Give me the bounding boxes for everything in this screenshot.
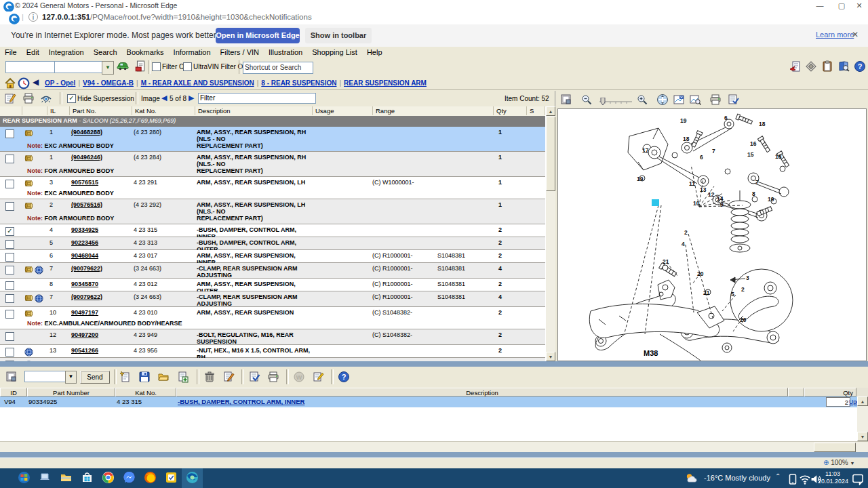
edit-doc-icon[interactable] [222, 371, 235, 383]
callout-number[interactable]: 21 [663, 258, 669, 265]
table-row[interactable]: 1(90496246)(4 23 284)ARM, ASSY., REAR SU… [0, 152, 545, 177]
tray-chevron-up-icon[interactable]: ⌃ [775, 472, 781, 480]
callout-number[interactable]: 5 [731, 291, 734, 298]
close-button[interactable]: ✕ [850, 0, 868, 11]
taskbar-app-explorer-icon[interactable] [56, 468, 77, 488]
info-icon[interactable]: i [28, 12, 38, 22]
breadcrumb-link[interactable]: OP - Opel [45, 79, 75, 87]
row-select-checkbox[interactable] [5, 332, 14, 341]
callout-number[interactable]: 18 [775, 153, 781, 160]
list-column-header-katno[interactable]: Kat No. [115, 388, 176, 396]
zoom-slider[interactable] [598, 98, 633, 107]
breadcrumb-link[interactable]: M - REAR AXLE AND SUSPENSION [141, 79, 254, 87]
callout-number[interactable]: 2 [741, 286, 745, 293]
table-row[interactable]: 2(90576516)(4 23 292)ARM, ASSY., REAR SU… [0, 199, 545, 224]
send-button[interactable]: Send [80, 371, 110, 384]
callout-number[interactable]: 6 [700, 154, 703, 161]
note-check-icon[interactable] [727, 94, 739, 106]
cell-part-link[interactable]: 90541266 [71, 347, 98, 354]
list-combo-dropdown-icon[interactable]: ▼ [65, 371, 77, 384]
new-doc-icon[interactable] [119, 371, 132, 383]
callout-number[interactable]: 9 [720, 201, 724, 208]
filter-on-checkbox[interactable] [152, 62, 161, 71]
taskbar-app-todo-icon[interactable] [161, 468, 182, 488]
cell-part-link[interactable]: 90345870 [71, 281, 98, 287]
column-header-katno[interactable]: Kat No. [132, 106, 195, 115]
shortcut-search-input[interactable] [243, 62, 313, 74]
table-row[interactable]: 6904680444 23 017ARM, ASSY., REAR SUSPEN… [0, 250, 545, 263]
next-image-icon[interactable]: ▶ [189, 94, 194, 102]
list-column-header-qty[interactable]: Qty [804, 388, 856, 396]
column-header-qty[interactable]: Qty [494, 106, 527, 115]
panel-icon[interactable] [560, 94, 572, 106]
menu-item-search[interactable]: Search [94, 48, 117, 56]
callout-number[interactable]: 4 [682, 241, 685, 247]
address-text[interactable]: 127.0.0.1:351/PQMace/root.fve?width=1910… [42, 13, 312, 21]
print-icon[interactable] [22, 92, 35, 104]
zoom-out-icon[interactable] [580, 94, 593, 106]
check-doc-icon[interactable] [248, 371, 260, 383]
table-row[interactable]: 1(90468288)(4 23 280)ARM, ASSY., REAR SU… [0, 127, 545, 152]
menu-item-help[interactable]: Help [367, 48, 382, 56]
column-header-description[interactable]: Description [195, 106, 313, 115]
column-header-s[interactable]: S [527, 106, 545, 115]
home-icon[interactable] [4, 77, 14, 87]
callout-number[interactable]: 8 [752, 190, 755, 197]
scroll-down-icon[interactable]: ▼ [857, 432, 868, 441]
pan-icon[interactable] [656, 94, 669, 106]
callout-number[interactable]: 12 [708, 191, 714, 198]
row-select-checkbox[interactable] [5, 202, 14, 211]
taskbar-app-pc-icon[interactable] [35, 468, 56, 488]
weather-icon[interactable] [685, 472, 700, 485]
callout-number[interactable]: 20 [740, 317, 746, 323]
parts-scrollbar[interactable]: ▲ ▼ [545, 106, 555, 361]
help-icon[interactable]: ? [854, 60, 866, 73]
taskbar-app-messenger-icon[interactable] [119, 468, 140, 488]
quick-entry-input[interactable] [5, 61, 56, 73]
scroll-thumb[interactable] [814, 443, 856, 452]
horizontal-splitter[interactable] [0, 361, 868, 367]
column-header-partno[interactable]: Part No. [70, 106, 132, 115]
wifi-icon[interactable] [799, 473, 808, 483]
menu-item-information[interactable]: Information [174, 48, 211, 56]
row-select-checkbox[interactable] [5, 266, 14, 274]
phone-link-icon[interactable] [787, 473, 796, 483]
table-row[interactable]: 5902234564 23 313-BUSH, DAMPER, CONTROL … [0, 237, 545, 250]
row-select-checkbox[interactable] [5, 310, 14, 319]
table-row[interactable]: 8903458704 23 012ARM, ASSY., REAR SUSPEN… [0, 279, 545, 291]
callout-number[interactable]: 6 [724, 115, 728, 121]
edit-notes-icon[interactable] [4, 92, 16, 104]
cell-part-link[interactable]: (90468288) [71, 129, 102, 136]
cell-part-link[interactable]: 90497197 [71, 309, 98, 316]
weather-text[interactable]: -16°C Mostly cloudy [704, 474, 770, 482]
cell-part-link[interactable]: (90576516) [71, 201, 102, 208]
combo-dropdown-icon[interactable]: ▼ [102, 61, 114, 75]
help-icon[interactable]: ? [338, 371, 350, 383]
compose-icon[interactable] [312, 371, 324, 383]
row-select-checkbox[interactable]: ✓ [5, 227, 14, 236]
table-row[interactable]: 7(90079622)(3 24 663)-CLAMP, REAR SUSPEN… [0, 291, 545, 307]
taskbar-app-edge-icon[interactable] [182, 468, 203, 488]
parts-filter-input[interactable] [198, 93, 316, 104]
taskbar-app-chrome-icon[interactable] [98, 468, 119, 488]
menu-item-bookmarks[interactable]: Bookmarks [127, 48, 164, 56]
menu-item-shopping-list[interactable]: Shopping List [312, 48, 357, 56]
table-row[interactable]: 7(90079622)(3 24 663)-CLAMP, REAR SUSPEN… [0, 263, 545, 279]
catalog-search-icon[interactable] [837, 60, 850, 73]
preview-eye-icon[interactable] [40, 92, 52, 104]
taskbar-app-store-icon[interactable] [77, 468, 98, 488]
menu-item-integration[interactable]: Integration [49, 48, 84, 56]
table-row[interactable]: ✓4903349254 23 315-BUSH, DAMPER, CONTROL… [0, 224, 545, 237]
callout-number[interactable]: 18 [759, 121, 765, 127]
ultravin-checkbox[interactable] [183, 62, 192, 71]
callout-number[interactable]: 15 [747, 151, 753, 158]
row-select-checkbox[interactable] [5, 253, 14, 262]
callout-number[interactable]: 11 [689, 180, 695, 187]
open-in-edge-button[interactable]: Open in Microsoft Edge [216, 28, 300, 43]
row-select-checkbox[interactable] [5, 129, 14, 138]
history-combo-input[interactable] [54, 61, 104, 73]
panel-icon[interactable] [5, 371, 18, 383]
menu-item-illustration[interactable]: Illustration [269, 48, 302, 56]
learn-more-link[interactable]: Learn more [816, 30, 854, 39]
illustration-viewport[interactable]: M38 196181816171518671911131278141091924… [557, 108, 867, 361]
